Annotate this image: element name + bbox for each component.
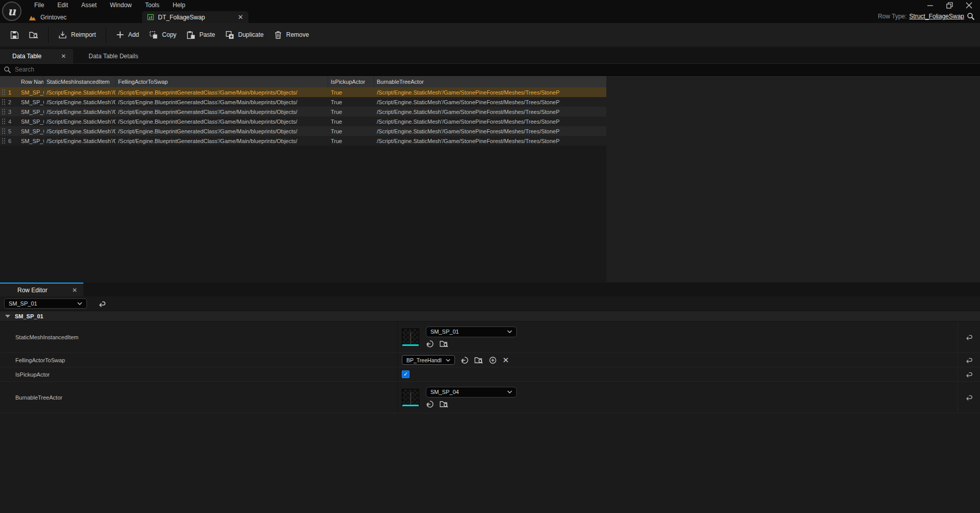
edit-asset-icon[interactable] — [489, 356, 497, 364]
search-icon — [4, 66, 11, 74]
asset-thumbnail[interactable] — [402, 389, 419, 406]
row-type-value[interactable]: Struct_FoliageSwap — [909, 13, 964, 20]
menu-item-tools[interactable]: Tools — [139, 1, 166, 10]
row-name-cell: SM_SP_05 — [18, 116, 44, 126]
reset-to-default-button[interactable] — [958, 353, 980, 367]
actor-class-dropdown[interactable]: BP_TreeHandler — [402, 355, 455, 365]
asset-dropdown-burnabletree[interactable]: SM_SP_04 — [426, 387, 517, 398]
menu-bar: FileEditAssetWindowToolsHelp — [28, 0, 192, 10]
reset-to-default-button[interactable] — [958, 367, 980, 381]
use-selected-asset-icon[interactable] — [461, 356, 469, 364]
column-header-ispickupactor[interactable]: IsPickupActor — [328, 76, 374, 87]
row-section-header[interactable]: SM_SP_01 — [0, 311, 980, 321]
tab-data-table[interactable]: Data Table ✕ — [0, 49, 73, 63]
panel-tab-bar: Data Table ✕ Data Table Details — [0, 48, 980, 63]
drag-handle-dots[interactable] — [0, 107, 7, 116]
table-row[interactable]: 2SM_SP_02/Script/Engine.StaticMesh'/Ga/S… — [0, 97, 606, 107]
remove-label: Remove — [286, 31, 309, 38]
minimize-icon[interactable] — [926, 1, 934, 9]
tab-row-editor[interactable]: Row Editor ✕ — [0, 283, 83, 296]
reset-to-default-button[interactable] — [958, 321, 980, 353]
table-row[interactable]: 3SM_SP_03/Script/Engine.StaticMesh'/Ga/S… — [0, 107, 606, 116]
browse-to-asset-icon[interactable] — [440, 400, 448, 408]
column-header-row-name[interactable]: Row Name — [18, 76, 44, 87]
duplicate-button[interactable]: Duplicate — [220, 27, 269, 43]
burnabletree-cell: /Script/Engine.StaticMesh'/Game/StonePin… — [374, 107, 606, 116]
column-header-staticmeshinstanceditem[interactable]: StaticMeshInstancedItem — [44, 76, 116, 87]
fellingactor-cell: /Script/Engine.BlueprintGeneratedClass'/… — [116, 126, 328, 136]
row-selector-value: SM_SP_01 — [9, 300, 73, 307]
search-icon[interactable] — [967, 12, 975, 20]
row-selector-dropdown[interactable]: SM_SP_01 — [4, 298, 87, 309]
menu-item-edit[interactable]: Edit — [51, 1, 75, 10]
drag-handle-dots[interactable] — [0, 136, 7, 146]
reset-to-default-button[interactable] — [958, 382, 980, 413]
drag-handle-icon — [2, 99, 6, 105]
asset-dropdown-staticmesh[interactable]: SM_SP_01 — [426, 327, 517, 337]
menu-item-file[interactable]: File — [28, 1, 51, 10]
row-section-label: SM_SP_01 — [15, 313, 43, 319]
fellingactor-cell: /Script/Engine.BlueprintGeneratedClass'/… — [116, 136, 328, 146]
menu-item-asset[interactable]: Asset — [75, 1, 103, 10]
search-input[interactable] — [15, 66, 980, 73]
save-button[interactable] — [5, 27, 24, 43]
expander-arrow-icon[interactable] — [5, 315, 10, 318]
ispickup-cell: True — [328, 97, 374, 107]
use-selected-asset-icon[interactable] — [426, 340, 434, 348]
row-number-cell: 2 — [7, 97, 18, 107]
drag-handle-dots[interactable] — [0, 97, 7, 107]
ispickup-cell: True — [328, 126, 374, 136]
add-button[interactable]: Add — [111, 27, 144, 42]
copy-icon — [149, 31, 158, 39]
row-editor-tab-label: Row Editor — [17, 287, 48, 294]
column-header-burnabletreeactor[interactable]: BurnableTreeActor — [374, 76, 606, 87]
paste-label: Paste — [199, 31, 215, 38]
undo-icon — [965, 371, 973, 378]
menu-item-help[interactable]: Help — [166, 1, 192, 10]
remove-button[interactable]: Remove — [269, 27, 314, 43]
table-row[interactable]: 4SM_SP_05/Script/Engine.StaticMesh'/Ga/S… — [0, 116, 606, 126]
copy-button[interactable]: Copy — [144, 27, 181, 43]
table-row[interactable]: 6SM_SP_07/Script/Engine.StaticMesh'/Ga/S… — [0, 136, 606, 146]
reimport-label: Reimport — [71, 31, 96, 38]
drag-handle-dots[interactable] — [0, 116, 7, 126]
use-selected-asset-icon[interactable] — [426, 400, 434, 408]
restore-icon[interactable] — [945, 1, 953, 9]
menu-item-window[interactable]: Window — [103, 1, 139, 10]
tab-data-table-details[interactable]: Data Table Details — [73, 49, 153, 63]
table-row[interactable]: 1SM_SP_01/Script/Engine.StaticMesh'/Ga/S… — [0, 87, 606, 97]
add-label: Add — [128, 31, 139, 38]
paste-button[interactable]: Paste — [181, 27, 220, 43]
table-body: 1SM_SP_01/Script/Engine.StaticMesh'/Ga/S… — [0, 87, 606, 146]
property-label: BurnableTreeActor — [0, 382, 398, 413]
column-header-fellingactortoswap[interactable]: FellingActorToSwap — [116, 76, 328, 87]
property-label: IsPickupActor — [0, 367, 398, 381]
asset-tab-label: DT_FoliageSwap — [158, 14, 205, 21]
asset-dropdown-value: SM_SP_04 — [430, 389, 503, 395]
asset-thumbnail[interactable] — [402, 329, 419, 346]
ispickupactor-checkbox[interactable]: ✓ — [402, 370, 409, 378]
browse-to-asset-icon[interactable] — [474, 356, 483, 364]
clear-value-icon[interactable]: ✕ — [503, 356, 509, 364]
toolbar-separator — [106, 27, 106, 43]
header-row-number — [7, 76, 18, 87]
row-editor-tab-close-icon[interactable]: ✕ — [72, 287, 77, 294]
close-icon[interactable] — [965, 1, 973, 9]
drag-handle-dots[interactable] — [0, 87, 7, 97]
reimport-button[interactable]: Reimport — [53, 27, 101, 43]
property-row-ispickupactor: IsPickupActor ✓ — [0, 367, 980, 382]
browse-to-asset-icon[interactable] — [440, 340, 448, 348]
browse-to-asset-button[interactable] — [24, 27, 43, 43]
drag-handle-icon — [2, 118, 6, 125]
tab-asset-dt-foliageswap[interactable]: DT_FoliageSwap ✕ — [142, 11, 248, 23]
data-table-tab-close-icon[interactable]: ✕ — [61, 53, 66, 60]
title-bar: u FileEditAssetWindowToolsHelp Grintovec… — [0, 0, 980, 23]
drag-handle-dots[interactable] — [0, 126, 7, 136]
tab-level-grintovec[interactable]: Grintovec — [29, 12, 66, 23]
table-row[interactable]: 5SM_SP_06/Script/Engine.StaticMesh'/Ga/S… — [0, 126, 606, 136]
data-table-details-tab-label: Data Table Details — [88, 53, 138, 60]
row-number-cell: 5 — [7, 126, 18, 136]
ispickup-cell: True — [328, 116, 374, 126]
asset-tab-close-icon[interactable]: ✕ — [238, 13, 243, 21]
undo-icon[interactable] — [98, 300, 106, 307]
